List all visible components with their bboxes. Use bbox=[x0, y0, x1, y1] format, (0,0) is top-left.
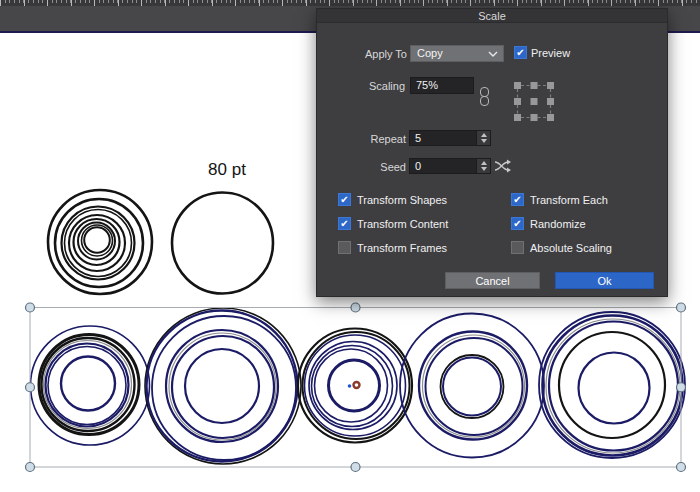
transform-each-checkbox[interactable]: ✔ bbox=[511, 193, 524, 206]
selection-handle[interactable] bbox=[26, 463, 35, 472]
circle-ring bbox=[546, 319, 680, 453]
result-circle-group-4[interactable] bbox=[400, 314, 544, 458]
transform-shapes-checkbox[interactable]: ✔ bbox=[338, 193, 351, 206]
selection-handle[interactable] bbox=[351, 463, 360, 472]
selection-handle[interactable] bbox=[26, 383, 35, 392]
result-circle-group-5[interactable] bbox=[539, 312, 685, 458]
transform-frames-label: Transform Frames bbox=[357, 242, 447, 255]
circle-ring bbox=[44, 341, 132, 429]
result-circle-group-1[interactable] bbox=[31, 326, 150, 445]
size-annotation: 80 pt bbox=[197, 160, 257, 180]
dialog-title-bar[interactable]: Scale bbox=[317, 9, 667, 23]
circle-ring bbox=[84, 227, 110, 253]
cancel-button[interactable]: Cancel bbox=[445, 272, 540, 289]
transform-frames-checkbox[interactable] bbox=[338, 241, 351, 254]
seed-spinner[interactable] bbox=[477, 158, 491, 174]
transform-content-label: Transform Content bbox=[357, 218, 448, 231]
circle-ring bbox=[166, 330, 278, 442]
shuffle-icon[interactable] bbox=[494, 159, 511, 173]
blue-center-dot bbox=[348, 384, 352, 388]
ok-button[interactable]: Ok bbox=[555, 272, 654, 289]
circle-ring bbox=[185, 349, 259, 423]
scale-dialog: Scale Apply To Copy ✔ Preview Scaling 75… bbox=[316, 8, 668, 297]
circle-ring bbox=[443, 358, 501, 416]
transform-content-checkbox[interactable]: ✔ bbox=[338, 217, 351, 230]
selection-handle[interactable] bbox=[677, 463, 686, 472]
chevron-down-icon bbox=[488, 50, 498, 58]
absolute-scaling-checkbox[interactable] bbox=[511, 241, 524, 254]
circle-ring bbox=[539, 312, 685, 458]
selection-handle[interactable] bbox=[351, 303, 360, 312]
absolute-scaling-label: Absolute Scaling bbox=[530, 242, 612, 255]
randomize-checkbox[interactable]: ✔ bbox=[511, 217, 524, 230]
repeat-spinner[interactable] bbox=[477, 130, 491, 146]
reference-circle-80pt[interactable] bbox=[172, 193, 273, 294]
circle-ring bbox=[39, 335, 139, 435]
circle-ring bbox=[579, 353, 650, 424]
apply-to-dropdown[interactable]: Copy bbox=[410, 45, 504, 62]
transform-shapes-label: Transform Shapes bbox=[357, 194, 447, 207]
result-circle-group-3[interactable] bbox=[298, 329, 412, 443]
selection-handle[interactable] bbox=[26, 303, 35, 312]
selection-handle[interactable] bbox=[677, 383, 686, 392]
circle-ring bbox=[419, 332, 527, 440]
circle-ring bbox=[543, 316, 683, 456]
circle-ring bbox=[172, 193, 273, 294]
apply-to-label: Apply To bbox=[337, 48, 407, 61]
circle-ring bbox=[61, 357, 115, 411]
scaling-input[interactable]: 75% bbox=[410, 77, 474, 94]
circle-ring bbox=[42, 338, 135, 431]
scaling-label: Scaling bbox=[335, 80, 405, 93]
selection-handle[interactable] bbox=[677, 303, 686, 312]
circle-ring bbox=[82, 225, 113, 256]
circle-ring bbox=[423, 335, 525, 437]
circle-ring bbox=[549, 322, 678, 451]
center-markers[interactable] bbox=[348, 382, 360, 388]
circle-ring bbox=[305, 335, 406, 436]
apply-to-value: Copy bbox=[417, 47, 443, 59]
preview-label: Preview bbox=[531, 47, 570, 60]
circle-ring bbox=[441, 355, 504, 418]
seed-label: Seed bbox=[346, 161, 406, 174]
red-center-ring bbox=[354, 382, 360, 388]
repeat-input[interactable]: 5 bbox=[409, 130, 477, 146]
seed-input[interactable]: 0 bbox=[409, 158, 477, 174]
anchor-point-grid[interactable] bbox=[514, 82, 554, 121]
result-circle-group-2[interactable] bbox=[145, 308, 301, 464]
preview-checkbox[interactable]: ✔ bbox=[514, 46, 527, 59]
link-icon[interactable] bbox=[479, 87, 491, 108]
source-concentric-circles[interactable] bbox=[48, 190, 152, 294]
transform-each-label: Transform Each bbox=[530, 194, 608, 207]
repeat-label: Repeat bbox=[346, 133, 406, 146]
randomize-label: Randomize bbox=[530, 218, 586, 231]
circle-ring bbox=[303, 332, 410, 439]
